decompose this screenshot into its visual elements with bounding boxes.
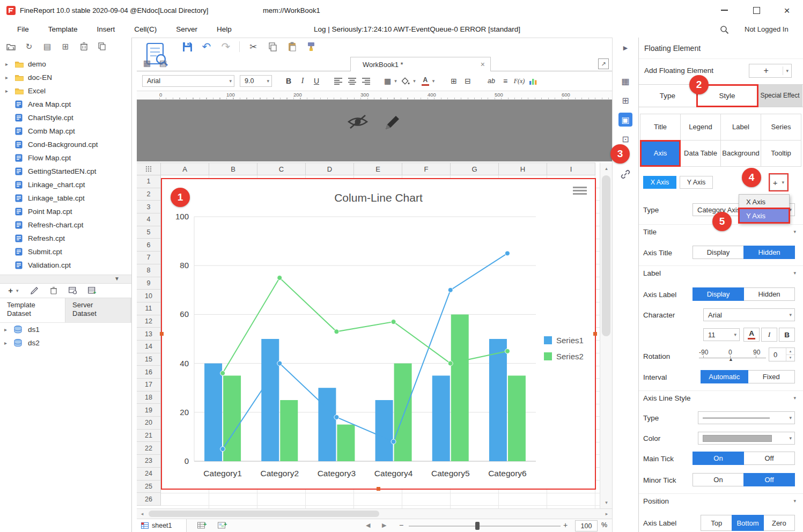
scroll-up-icon[interactable]: ▴: [600, 164, 613, 173]
subtab-data-table[interactable]: Data Table: [681, 141, 720, 166]
sheet-tab[interactable]: sheet1: [137, 519, 187, 532]
undo-icon[interactable]: ↶: [201, 41, 212, 53]
collapse-icon[interactable]: ▼: [114, 276, 120, 282]
login-status[interactable]: Not Logged In: [745, 25, 789, 33]
hyperlink-icon[interactable]: [618, 167, 632, 181]
expand-arrow-icon[interactable]: ▸: [5, 61, 13, 67]
spinner-up-icon[interactable]: ▴: [786, 348, 794, 355]
font-size-select[interactable]: 9.0▾: [240, 75, 272, 87]
insert-chart-icon[interactable]: [526, 75, 540, 87]
column-header-h[interactable]: H: [499, 162, 547, 175]
menu-file[interactable]: File: [8, 20, 39, 38]
font-color-icon[interactable]: A▾: [418, 75, 438, 87]
copy-cells-icon[interactable]: [267, 41, 278, 53]
popout-icon[interactable]: ↗: [598, 58, 609, 69]
column-line-chart[interactable]: 020406080100Category1Category2Category3C…: [161, 178, 596, 490]
edit-dataset-icon[interactable]: [29, 285, 40, 296]
resize-handle-left[interactable]: [160, 332, 164, 336]
scroll-right-icon[interactable]: ▸: [601, 509, 612, 519]
formula-icon[interactable]: F(x): [512, 75, 526, 87]
row-header-5[interactable]: 5: [137, 226, 161, 239]
tab-type[interactable]: Type: [639, 85, 697, 107]
cut-icon[interactable]: ✂: [247, 41, 259, 53]
position-top[interactable]: Top: [701, 515, 732, 531]
subtab-tooltip[interactable]: Tooltip: [761, 141, 801, 166]
axis-label-hidden[interactable]: Hidden: [743, 287, 795, 301]
axis-title-hidden[interactable]: Hidden: [743, 246, 795, 259]
menu-insert[interactable]: Insert: [87, 20, 125, 38]
row-header-14[interactable]: 14: [137, 341, 161, 353]
row-header-16[interactable]: 16: [137, 366, 161, 379]
underline-button[interactable]: U: [310, 75, 323, 87]
font-color-button[interactable]: A: [743, 328, 760, 342]
edit-pencil-icon[interactable]: [384, 113, 402, 131]
scroll-down-icon[interactable]: ▾: [600, 498, 613, 507]
tree-item-validation-cpt[interactable]: Validation.cpt: [0, 258, 131, 272]
expand-arrow-icon[interactable]: ▸: [5, 88, 13, 94]
search-icon[interactable]: [720, 25, 729, 34]
add-floating-element-button[interactable]: + ▾: [749, 64, 792, 78]
dataset-item-ds1[interactable]: ▸ds1: [0, 323, 131, 336]
collapse-panel-icon[interactable]: ▶: [618, 41, 632, 55]
zoom-value-box[interactable]: 100: [575, 520, 598, 531]
row-header-18[interactable]: 18: [137, 391, 161, 404]
axis-button-x-axis[interactable]: X Axis: [643, 176, 676, 189]
main-tick-on[interactable]: On: [693, 452, 744, 465]
row-header-9[interactable]: 9: [137, 277, 161, 290]
dropdown-item-y-axis[interactable]: Y Axis: [739, 209, 789, 223]
minimize-button[interactable]: [716, 0, 732, 20]
dataset-list-icon[interactable]: +: [87, 285, 98, 296]
fill-color-icon[interactable]: ▾: [400, 75, 418, 87]
row-header-1[interactable]: 1: [137, 175, 161, 188]
horizontal-scrollbar[interactable]: ◂ ▸: [137, 508, 612, 519]
row-header-25[interactable]: 25: [137, 481, 161, 493]
save-icon[interactable]: [181, 41, 193, 53]
menu-help[interactable]: Help: [207, 20, 241, 38]
line-spacing-icon[interactable]: ≡: [498, 75, 512, 87]
row-header-8[interactable]: 8: [137, 264, 161, 277]
line-color-select[interactable]: ▾: [698, 432, 795, 445]
tree-item-refresh-chart-cpt[interactable]: Refresh-chart.cpt: [0, 218, 131, 232]
menu-template[interactable]: Template: [39, 20, 87, 38]
expand-arrow-icon[interactable]: ▸: [5, 75, 13, 80]
vertical-scroll-thumb[interactable]: [602, 175, 610, 336]
floating-element-panel-icon[interactable]: ▣: [618, 113, 632, 127]
row-header-2[interactable]: 2: [137, 188, 161, 201]
close-tab-icon[interactable]: ×: [481, 60, 485, 69]
text-style-icon[interactable]: ab: [484, 75, 498, 87]
tree-item-linkage-chart-cpt[interactable]: Linkage_chart.cpt: [0, 178, 131, 191]
resize-handle-bottom[interactable]: [377, 487, 380, 491]
add-poly-sheet-icon[interactable]: +: [217, 520, 228, 531]
add-grid-sheet-icon[interactable]: +: [197, 520, 208, 531]
zoom-slider-handle[interactable]: [475, 522, 480, 530]
tree-item-linkage-table-cpt[interactable]: Linkage_table.cpt: [0, 191, 131, 205]
row-header-15[interactable]: 15: [137, 353, 161, 366]
poly-view-icon[interactable]: ▤: [159, 58, 167, 68]
tree-item-doc-en[interactable]: ▸doc-EN: [0, 71, 131, 84]
axis-title-display[interactable]: Display: [693, 246, 744, 259]
add-dataset-icon[interactable]: +▾: [6, 285, 20, 296]
column-header-g[interactable]: G: [451, 162, 499, 175]
subtab-axis[interactable]: Axis: [640, 141, 680, 166]
template-settings-icon[interactable]: ⊞: [60, 41, 71, 52]
tab-template-dataset[interactable]: Template Dataset: [0, 298, 65, 322]
row-header-20[interactable]: 20: [137, 417, 161, 430]
row-header-7[interactable]: 7: [137, 252, 161, 264]
position-bottom[interactable]: Bottom: [732, 515, 763, 531]
borders-icon[interactable]: ▦▾: [381, 75, 400, 87]
tab-server-dataset[interactable]: Server Dataset: [65, 298, 131, 322]
paste-icon[interactable]: [286, 41, 298, 53]
minor-tick-on[interactable]: On: [693, 473, 744, 486]
bold-button[interactable]: B: [282, 75, 296, 87]
row-header-13[interactable]: 13: [137, 328, 161, 341]
subtab-title[interactable]: Title: [640, 114, 680, 140]
grid-view-icon[interactable]: ▦: [143, 58, 151, 68]
rotation-spinner[interactable]: 0 ▴ ▾: [769, 348, 795, 361]
tree-item-area-map-cpt[interactable]: Area Map.cpt: [0, 98, 131, 111]
row-header-24[interactable]: 24: [137, 468, 161, 481]
row-header-21[interactable]: 21: [137, 430, 161, 442]
switch-directory-icon[interactable]: [5, 41, 16, 52]
row-header-6[interactable]: 6: [137, 239, 161, 252]
align-right-icon[interactable]: [359, 75, 373, 87]
tree-item-excel[interactable]: ▸Excel: [0, 84, 131, 98]
